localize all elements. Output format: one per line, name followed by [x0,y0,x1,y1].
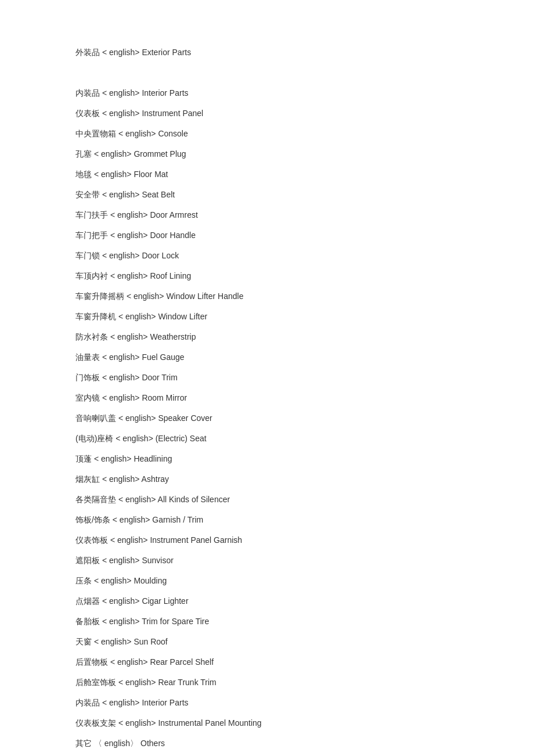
list-item: 内装品 < english> Interior Parts [75,87,459,99]
list-item: 外装品 < english> Exterior Parts [75,46,459,59]
list-item: 车门把手 < english> Door Handle [75,229,459,242]
list-item: 压条 < english> Moulding [75,575,459,587]
list-item: 车门锁 < english> Door Lock [75,250,459,262]
list-item: 内装品 < english> Interior Parts [75,697,459,709]
list-item: 各类隔音垫 < english> All Kinds of Silencer [75,494,459,506]
list-item: 其它 〈 english〉 Others [75,737,459,750]
list-item: (电动)座椅 < english> (Electric) Seat [75,433,459,445]
list-item [75,67,459,79]
list-item: 防水衬条 < english> Weatherstrip [75,331,459,343]
list-item: 后舱室饰板 < english> Rear Trunk Trim [75,676,459,689]
list-item: 车门扶手 < english> Door Armrest [75,209,459,221]
list-item: 顶蓬 < english> Headlining [75,453,459,465]
list-item: 备胎板 < english> Trim for Spare Tire [75,615,459,628]
list-item: 饰板/饰条 < english> Garnish / Trim [75,514,459,526]
list-item: 室内镜 < english> Room Mirror [75,392,459,404]
list-item: 点烟器 < english> Cigar Lighter [75,595,459,607]
list-item: 天窗 < english> Sun Roof [75,636,459,648]
list-item: 仪表板支架 < english> Instrumental Panel Moun… [75,717,459,729]
list-item: 后置物板 < english> Rear Parcel Shelf [75,656,459,668]
list-item: 地毯 < english> Floor Mat [75,168,459,181]
list-item: 烟灰缸 < english> Ashtray [75,473,459,485]
list-item: 车窗升降摇柄 < english> Window Lifter Handle [75,290,459,303]
list-item: 油量表 < english> Fuel Gauge [75,351,459,363]
list-item: 孔塞 < english> Grommet Plug [75,148,459,160]
list-item: 仪表饰板 < english> Instrument Panel Garnish [75,534,459,546]
list-item: 车窗升降机 < english> Window Lifter [75,311,459,323]
list-item: 中央置物箱 < english> Console [75,128,459,140]
list-item: 门饰板 < english> Door Trim [75,372,459,384]
content-list: 外装品 < english> Exterior Parts 内装品 < engl… [75,46,459,756]
list-item: 遮阳板 < english> Sunvisor [75,555,459,567]
list-item: 车顶内衬 < english> Roof Lining [75,270,459,282]
list-item: 安全带 < english> Seat Belt [75,189,459,201]
list-item: 仪表板 < english> Instrument Panel [75,107,459,120]
list-item: 音响喇叭盖 < english> Speaker Cover [75,412,459,424]
